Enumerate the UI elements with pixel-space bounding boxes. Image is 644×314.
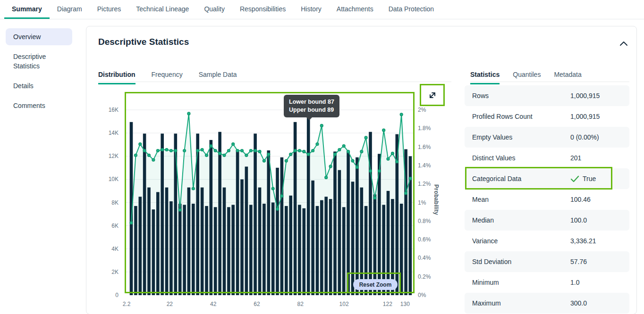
probability-point[interactable] [382,129,385,132]
histogram-bar[interactable] [231,205,235,295]
probability-point[interactable] [369,170,372,173]
nav-tab-technical-lineage[interactable]: Technical Lineage [128,0,196,19]
probability-point[interactable] [347,150,350,153]
probability-point[interactable] [165,149,168,151]
probability-point[interactable] [329,165,332,168]
histogram-bar[interactable] [143,133,146,295]
nav-tab-diagram[interactable]: Diagram [50,0,90,19]
histogram-bar[interactable] [298,205,301,295]
probability-point[interactable] [258,150,261,153]
histogram-bar[interactable] [240,179,244,295]
probability-point[interactable] [334,153,337,156]
collapse-panel-button[interactable] [618,38,629,49]
histogram-bar[interactable] [210,140,213,295]
probability-point[interactable] [183,149,186,152]
sidebar-item-overview[interactable]: Overview [6,28,72,45]
nav-tab-history[interactable]: History [293,0,329,19]
expand-chart-button[interactable] [420,84,445,106]
histogram-bar[interactable] [174,133,178,295]
probability-point[interactable] [298,149,301,152]
probability-point[interactable] [378,170,381,173]
sidebar-item-descriptive-statistics[interactable]: Descriptive Statistics [6,48,72,74]
probability-point[interactable] [249,149,252,152]
probability-point[interactable] [201,149,203,151]
probability-point[interactable] [387,157,390,160]
probability-point[interactable] [210,145,212,148]
probability-point[interactable] [219,152,221,155]
histogram-bar[interactable] [178,204,182,295]
histogram-bar[interactable] [218,132,221,295]
histogram-bar[interactable] [147,188,151,295]
probability-point[interactable] [289,153,292,156]
histogram-bar[interactable] [161,133,164,295]
probability-point[interactable] [143,149,146,152]
histogram-bar[interactable] [254,133,257,295]
probability-point[interactable] [391,152,394,155]
histogram-bar[interactable] [324,197,328,295]
probability-point[interactable] [307,153,310,156]
probability-point[interactable] [156,149,159,152]
probability-point[interactable] [400,113,403,116]
histogram-bar[interactable] [316,206,319,295]
histogram-bar[interactable] [152,209,155,295]
sidebar-item-details[interactable]: Details [6,77,72,94]
chart-tab-sample-data[interactable]: Sample Data [199,69,237,84]
probability-point[interactable] [227,149,230,152]
probability-point[interactable] [303,150,305,153]
probability-point[interactable] [245,154,248,157]
probability-point[interactable] [241,149,244,152]
probability-point[interactable] [139,143,142,146]
histogram-bar[interactable] [227,207,230,295]
histogram-bar[interactable] [307,116,310,295]
histogram-bar[interactable] [134,206,137,295]
probability-point[interactable] [130,222,133,224]
histogram-bar[interactable] [338,170,341,295]
chart-tab-frequency[interactable]: Frequency [152,69,183,84]
probability-point[interactable] [280,195,283,198]
probability-point[interactable] [351,159,354,162]
nav-tab-summary[interactable]: Summary [4,0,50,19]
probability-point[interactable] [232,143,235,146]
histogram-bar[interactable] [223,188,226,295]
probability-point[interactable] [338,149,341,151]
probability-point[interactable] [196,149,199,152]
histogram-bar[interactable] [249,205,253,295]
probability-point[interactable] [405,192,407,195]
probability-point[interactable] [294,149,297,152]
reset-zoom-button[interactable]: Reset Zoom [353,279,398,290]
probability-point[interactable] [174,149,177,152]
histogram-bar[interactable] [267,150,271,295]
nav-tab-data-protection[interactable]: Data Protection [381,0,442,19]
histogram-bar[interactable] [280,157,284,295]
histogram-bar[interactable] [369,132,372,295]
histogram-bar[interactable] [320,200,323,295]
probability-point[interactable] [360,150,363,153]
probability-point[interactable] [373,197,376,199]
probability-point[interactable] [205,154,208,157]
histogram-bar[interactable] [205,206,208,295]
stats-tab-quantiles[interactable]: Quantiles [513,69,541,84]
chart-tab-distribution[interactable]: Distribution [98,69,136,84]
histogram-bar[interactable] [333,151,337,295]
nav-tab-quality[interactable]: Quality [196,0,232,19]
histogram-bar[interactable] [289,196,292,295]
histogram-bar[interactable] [214,207,217,295]
probability-point[interactable] [192,187,195,190]
histogram-bar[interactable] [258,188,262,295]
probability-point[interactable] [276,207,279,210]
histogram-bar[interactable] [342,207,346,295]
histogram-bar[interactable] [156,192,160,295]
probability-point[interactable] [364,136,367,139]
probability-point[interactable] [409,177,412,180]
histogram-bar[interactable] [263,204,266,295]
probability-point[interactable] [223,154,226,157]
probability-point[interactable] [214,149,217,152]
histogram-bar[interactable] [329,199,332,295]
histogram-bar[interactable] [192,204,195,295]
probability-point[interactable] [178,208,181,211]
histogram-bar[interactable] [276,168,279,295]
histogram-bar[interactable] [294,122,297,295]
probability-point[interactable] [267,153,270,156]
histogram-bar[interactable] [183,205,186,295]
histogram-bar[interactable] [245,166,248,295]
